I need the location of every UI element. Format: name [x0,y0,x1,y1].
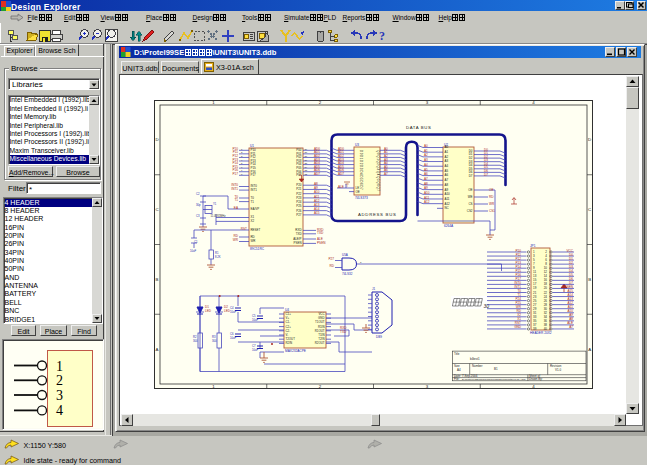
svg-text:D: D [155,137,158,142]
svg-text:A12: A12 [445,202,451,206]
svg-text:DATA BUS: DATA BUS [406,125,431,130]
svg-text:WE: WE [468,195,473,199]
svg-text:A11: A11 [424,196,430,200]
svg-text:3: 3 [56,388,63,403]
svg-text:8.2K: 8.2K [215,255,221,259]
svg-text:A7: A7 [424,177,428,181]
svg-text:INT1: INT1 [251,188,258,192]
svg-text:AD7: AD7 [338,172,344,176]
svg-text:WR: WR [233,238,239,242]
svg-text:C7: C7 [252,344,256,348]
svg-text:A9: A9 [424,186,428,190]
svg-text:A2: A2 [424,153,428,157]
svg-text:D:\Protel99SE\UNIT3\UNIT3.ddb\: D:\Protel99SE\UNIT3\UNIT3.ddb\Documents\… [462,378,526,381]
svg-text:Y1: Y1 [213,202,217,206]
svg-text:Q0Q1Q2Q3Q4Q5Q6Q7: Q0Q1Q2Q3Q4Q5Q6Q7 [376,150,380,192]
svg-text:R3: R3 [212,335,216,339]
svg-text:A12: A12 [424,200,430,204]
svg-text:RD: RD [489,195,494,199]
svg-text:C4: C4 [230,306,234,310]
svg-text:A9: A9 [445,188,449,192]
svg-text:HEADER 20X2: HEADER 20X2 [530,331,552,335]
svg-text:30: 30 [484,303,490,309]
svg-text:A11: A11 [445,197,450,201]
svg-text:2: 2 [56,373,63,388]
svg-text:J1: J1 [372,287,376,291]
svg-text:RD: RD [251,235,255,239]
svg-text:6264A: 6264A [444,224,454,228]
svg-text:40: 40 [544,327,548,331]
svg-text:Number: Number [472,364,482,368]
svg-text:P27: P27 [328,257,334,261]
svg-text:A6: A6 [445,173,449,177]
svg-text:D0D1D2D3D4D5D6D7: D0D1D2D3D4D5D6D7 [359,150,363,190]
svg-text:P17: P17 [251,173,257,177]
svg-text:EA/VP: EA/VP [251,207,260,211]
svg-text:U5A: U5A [342,253,348,257]
svg-text:10uF: 10uF [252,318,258,322]
svg-text:R2OUT: R2OUT [315,341,325,345]
svg-text:Title: Title [454,352,460,356]
svg-text:300: 300 [193,339,198,343]
svg-text:JP1: JP1 [530,244,536,248]
svg-text:B1: B1 [494,367,498,371]
svg-text:TXD: TXD [340,330,347,334]
svg-text:39: 39 [533,327,537,331]
svg-text:R2IN: R2IN [286,341,293,345]
svg-text:D7: D7 [469,174,473,178]
svg-text:A5: A5 [445,169,449,173]
svg-text:A5: A5 [424,168,428,172]
svg-text:A2: A2 [445,155,449,159]
svg-text:PSEN: PSEN [294,241,302,245]
svg-text:C: C [588,207,591,212]
svg-text:WR: WR [251,239,256,243]
svg-text:?: ? [379,29,385,43]
svg-text:CS1: CS1 [489,209,495,213]
svg-text:A3: A3 [424,158,428,162]
svg-text:OE: OE [489,188,493,192]
svg-text:B: B [156,277,159,282]
svg-text:CS: CS [468,202,472,206]
svg-text:C1: C1 [194,240,198,244]
svg-text:A7: A7 [569,325,573,329]
svg-text:C6: C6 [230,332,234,336]
svg-text:LED: LED [224,309,231,313]
svg-text:300: 300 [212,339,217,343]
svg-text:10uF: 10uF [252,348,258,352]
svg-text:A4: A4 [457,368,461,372]
svg-text:U3: U3 [355,143,359,147]
svg-text:D: D [588,137,591,142]
svg-text:A1: A1 [445,150,449,154]
svg-text:X2: X2 [251,219,255,223]
svg-text:Size: Size [454,364,460,368]
svg-text:TXD: TXD [317,231,324,235]
svg-text:AD7: AD7 [314,172,320,176]
svg-text:b4test1: b4test1 [470,357,480,361]
svg-text:T1: T1 [234,198,238,202]
svg-text:C2: C2 [196,192,200,196]
svg-text:P17: P17 [232,172,238,176]
svg-text:A15: A15 [314,211,320,215]
svg-text:ALE/P: ALE/P [293,237,301,241]
svg-text:MAX232ACPE: MAX232ACPE [285,349,306,353]
svg-text:CS2: CS2 [467,209,473,213]
svg-text:74LS373: 74LS373 [355,196,368,200]
svg-text:A10: A10 [424,191,430,195]
svg-text:INT1: INT1 [231,187,238,191]
svg-text:A0: A0 [424,144,428,148]
svg-text:11.0592MHz: 11.0592MHz [211,214,227,218]
svg-text:74LS32: 74LS32 [342,272,353,276]
svg-text:B: B [588,277,591,282]
svg-text:A8: A8 [424,182,428,186]
svg-text:RST: RST [241,227,247,231]
svg-text:10uF: 10uF [230,310,236,314]
svg-text:ALE: ALE [338,185,344,189]
svg-text:30p: 30p [196,203,201,207]
svg-text:RD: RD [234,234,239,238]
svg-text:1: 1 [56,359,63,374]
svg-text:Drawn By:: Drawn By: [529,377,543,381]
svg-text:C: C [155,207,158,212]
svg-text:OE: OE [356,190,360,194]
svg-text:A4: A4 [424,163,428,167]
svg-text:A7: A7 [384,172,388,176]
